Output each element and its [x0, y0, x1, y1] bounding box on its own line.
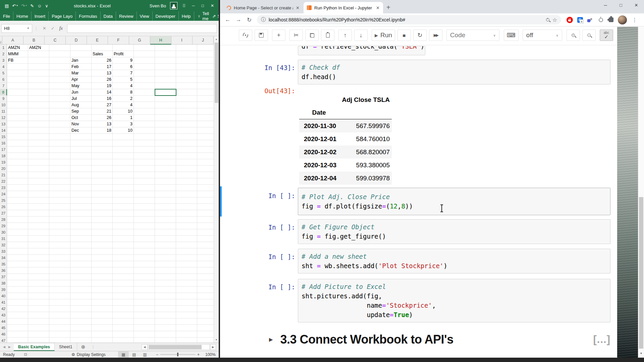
redo-icon[interactable]: ↷▾	[21, 4, 27, 8]
grid-cell-B39[interactable]	[28, 287, 49, 293]
grid-cell-B3[interactable]	[28, 57, 49, 64]
grid-cell-I2[interactable]	[176, 51, 197, 57]
save-checkpoint-button[interactable]	[255, 29, 268, 41]
grid-cell-C29[interactable]	[49, 223, 70, 229]
sheet-tab-basic-examples[interactable]: Basic Examples	[14, 343, 55, 351]
grid-cell-G12[interactable]	[134, 115, 155, 121]
grid-cell-B45[interactable]	[28, 325, 49, 331]
grid-cell-G41[interactable]	[134, 299, 155, 306]
grid-cell-F36[interactable]	[113, 267, 134, 274]
command-palette-button[interactable]: ⌨	[504, 29, 519, 41]
grid-cell-I40[interactable]	[176, 293, 197, 299]
grid-cell-J6[interactable]	[197, 76, 214, 83]
grid-cell-C43[interactable]	[49, 312, 70, 318]
row-header-47[interactable]: 47	[0, 338, 7, 343]
grid-cell-F31[interactable]	[113, 236, 134, 242]
grid-cell-D12[interactable]: Oct	[70, 115, 92, 121]
grid-cell-F13[interactable]: 3	[113, 121, 134, 127]
grid-cell-C20[interactable]	[49, 166, 70, 172]
undo-icon[interactable]: ↶▾	[12, 4, 18, 8]
restart-kernel-button[interactable]: ↻	[413, 29, 427, 41]
row-header-39[interactable]: 39	[0, 287, 7, 293]
grid-cell-J2[interactable]	[197, 51, 214, 57]
grid-cell-H13[interactable]	[155, 121, 176, 127]
grid-cell-I47[interactable]	[176, 338, 197, 343]
grid-cell-B30[interactable]	[28, 229, 49, 236]
grid-cell-C10[interactable]	[49, 102, 70, 108]
grid-cell-C35[interactable]	[49, 261, 70, 267]
browser-minimize-button[interactable]: ─	[598, 0, 613, 10]
grid-cell-A22[interactable]	[7, 178, 28, 185]
grid-cell-D47[interactable]	[70, 338, 92, 343]
grid-cell-F18[interactable]	[113, 153, 134, 159]
grid-cell-I21[interactable]	[176, 172, 197, 178]
row-header-15[interactable]: 15	[0, 134, 7, 140]
grid-cell-F32[interactable]	[113, 242, 134, 248]
zoom-slider-thumb[interactable]	[177, 353, 178, 356]
grid-cell-J23[interactable]	[197, 185, 214, 191]
grid-cell-J30[interactable]	[197, 229, 214, 236]
grid-cell-H20[interactable]	[155, 166, 176, 172]
name-box[interactable]: H8▼	[1, 24, 32, 33]
grid-cell-J41[interactable]	[197, 299, 214, 306]
grid-cell-C1[interactable]	[49, 45, 70, 51]
row-header-32[interactable]: 32	[0, 242, 7, 248]
grid-cell-J34[interactable]	[197, 255, 214, 261]
grid-cell-G31[interactable]	[134, 236, 155, 242]
grid-cell-J14[interactable]	[197, 127, 214, 134]
restart-run-all-button[interactable]: ▶▶	[429, 29, 442, 41]
chevron-down-icon[interactable]: ▼	[27, 27, 30, 30]
grid-cell-I18[interactable]	[176, 153, 197, 159]
grid-cell-D7[interactable]: May	[70, 83, 92, 89]
grid-cell-C41[interactable]	[49, 299, 70, 306]
grid-cell-B19[interactable]	[28, 159, 49, 166]
grid-cell-D32[interactable]	[70, 242, 92, 248]
grid-cell-F1[interactable]	[113, 45, 134, 51]
ribbon-tab-developer[interactable]: Developer	[153, 11, 179, 21]
grid-cell-A37[interactable]	[7, 274, 28, 280]
grid-cell-C17[interactable]	[49, 146, 70, 153]
grid-cell-A2[interactable]: MMM	[7, 51, 28, 57]
grid-cell-A13[interactable]	[7, 121, 28, 127]
code-cell-partial[interactable]: df = retrieve_stock_data('TSLA')	[244, 46, 610, 55]
grid-cell-F47[interactable]	[113, 338, 134, 343]
grid-cell-G34[interactable]	[134, 255, 155, 261]
grid-cell-B25[interactable]	[28, 197, 49, 204]
grid-cell-C5[interactable]	[49, 70, 70, 76]
row-header-12[interactable]: 12	[0, 115, 7, 121]
grid-cell-F46[interactable]	[113, 331, 134, 338]
grid-cell-A18[interactable]	[7, 153, 28, 159]
grid-cell-G4[interactable]	[134, 64, 155, 70]
scroll-down-icon[interactable]: ▼	[638, 352, 644, 355]
grid-cell-I33[interactable]	[176, 248, 197, 255]
grid-cell-I1[interactable]	[176, 45, 197, 51]
grid-cell-B36[interactable]	[28, 267, 49, 274]
grid-cell-A6[interactable]	[7, 76, 28, 83]
grid-cell-C9[interactable]	[49, 96, 70, 102]
cancel-icon[interactable]: ✕	[40, 26, 49, 31]
grid-cell-B20[interactable]	[28, 166, 49, 172]
grid-cell-C6[interactable]	[49, 76, 70, 83]
grid-cell-F35[interactable]	[113, 261, 134, 267]
col-header-F[interactable]: F	[108, 36, 129, 45]
grid-cell-B29[interactable]	[28, 223, 49, 229]
ribbon-tab-home[interactable]: Home	[13, 11, 32, 21]
grid-cell-A23[interactable]	[7, 185, 28, 191]
grid-cell-F11[interactable]: 10	[113, 108, 134, 115]
forward-icon[interactable]: →	[233, 16, 244, 23]
grid-cell-F6[interactable]: 5	[113, 76, 134, 83]
grid-cell-J46[interactable]	[197, 331, 214, 338]
grid-cell-D23[interactable]	[70, 185, 92, 191]
grid-cell-J12[interactable]	[197, 115, 214, 121]
grid-cell-G26[interactable]	[134, 204, 155, 210]
grid-cell-I6[interactable]	[176, 76, 197, 83]
grid-cell-H16[interactable]	[155, 140, 176, 146]
code-cell[interactable]: In [ ]: # Add a new sheetsht = wb.sheets…	[244, 249, 610, 274]
grid-cell-F20[interactable]	[113, 166, 134, 172]
extensions-puzzle-icon[interactable]	[607, 16, 615, 23]
grid-cell-A41[interactable]	[7, 299, 28, 306]
row-header-23[interactable]: 23	[0, 185, 7, 191]
row-header-16[interactable]: 16	[0, 140, 7, 146]
grid-cell-B35[interactable]	[28, 261, 49, 267]
grid-cell-C23[interactable]	[49, 185, 70, 191]
